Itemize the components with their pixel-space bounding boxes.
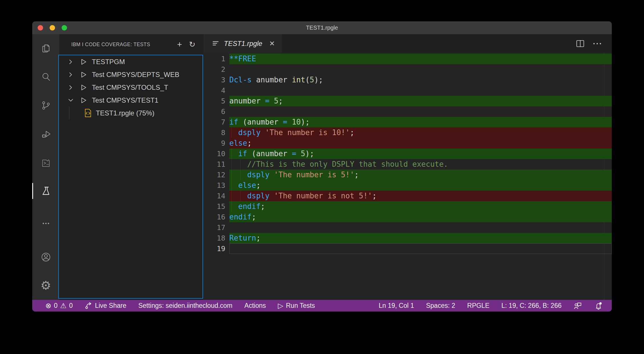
code-line-content[interactable]: dsply 'The number is 10!'; bbox=[229, 127, 612, 138]
indent-guide bbox=[231, 170, 232, 180]
source-control-icon bbox=[41, 100, 51, 111]
window-title: TEST1.rpgle bbox=[306, 25, 338, 31]
tree-item-label: Test CMPSYS/DEPTS_WEB bbox=[92, 71, 179, 79]
add-test-button[interactable]: + bbox=[177, 40, 182, 49]
status-label: RPGLE bbox=[467, 302, 489, 310]
tree-item[interactable]: Test CMPSYS/DEPTS_WEB bbox=[59, 68, 202, 81]
tree-item-label: Test CMPSYS/TEST1 bbox=[92, 96, 158, 104]
activity-bar-item-more-views[interactable] bbox=[32, 209, 59, 238]
code-line-content[interactable]: Dcl-s anumber int(5); bbox=[229, 75, 612, 85]
chevron-down-icon[interactable] bbox=[67, 97, 74, 104]
activity-bar-spacer bbox=[32, 238, 59, 243]
code-line: 3Dcl-s anumber int(5); bbox=[203, 75, 612, 85]
run-test-icon[interactable] bbox=[80, 58, 87, 66]
status-language-mode[interactable]: RPGLE bbox=[467, 302, 489, 310]
status-feedback[interactable] bbox=[574, 302, 582, 310]
indent-guide bbox=[231, 180, 232, 191]
close-tab-icon[interactable]: ✕ bbox=[269, 40, 275, 47]
beaker-icon bbox=[41, 186, 51, 196]
activity-bar-item-run-and-debug[interactable] bbox=[32, 120, 59, 148]
more-actions-button[interactable]: ⋯ bbox=[592, 42, 603, 46]
code-line-content[interactable]: dsply 'The number is not 5!'; bbox=[229, 191, 612, 201]
status-problems[interactable]: ⊗0⚠0 bbox=[45, 302, 73, 310]
line-number: 12 bbox=[203, 170, 229, 180]
code-line-content[interactable]: //This is the only DSPLY that should exe… bbox=[229, 159, 612, 170]
code-line-content[interactable] bbox=[229, 222, 612, 233]
status-live-share[interactable]: Live Share bbox=[85, 302, 126, 310]
run-test-icon[interactable] bbox=[80, 71, 87, 78]
code-line: 7if (anumber = 10); bbox=[203, 117, 612, 127]
code-file-icon bbox=[84, 109, 92, 117]
activity-bar: ⚙ bbox=[32, 34, 59, 300]
code-line-content[interactable] bbox=[229, 64, 612, 75]
indent-guide bbox=[231, 127, 232, 138]
zoom-window-button[interactable] bbox=[62, 25, 67, 30]
chevron-right-icon[interactable] bbox=[67, 84, 74, 91]
code-line-content[interactable]: endif; bbox=[229, 201, 612, 212]
code-line: 11 //This is the only DSPLY that should … bbox=[203, 159, 612, 170]
run-test-icon[interactable] bbox=[80, 84, 87, 91]
tree-item[interactable]: TEST1.rpgle (75%) bbox=[59, 107, 202, 119]
activity-bar-item-testing[interactable] bbox=[32, 177, 59, 205]
activity-bar-item-explorer[interactable] bbox=[32, 34, 59, 63]
code-line-content[interactable]: **FREE bbox=[229, 54, 612, 64]
close-window-button[interactable] bbox=[38, 25, 43, 30]
refresh-tests-button[interactable]: ↻ bbox=[189, 41, 195, 48]
status-actions[interactable]: Actions bbox=[244, 302, 266, 310]
code-editor[interactable]: 1**FREE23Dcl-s anumber int(5);45anumber … bbox=[203, 53, 612, 300]
indent-guide bbox=[240, 159, 240, 170]
status-settings-host[interactable]: Settings: seiden.iinthecloud.com bbox=[138, 302, 232, 310]
code-line-content[interactable]: endif; bbox=[229, 212, 612, 222]
files-icon bbox=[41, 43, 51, 54]
run-test-icon[interactable] bbox=[80, 97, 87, 104]
tree-item-label: Test CMPSYS/TOOLS_T bbox=[92, 84, 168, 91]
file-list-icon bbox=[212, 40, 219, 47]
code-line: 9else; bbox=[203, 138, 612, 148]
status-indentation[interactable]: Spaces: 2 bbox=[426, 302, 455, 310]
play-icon: ▷ bbox=[278, 302, 283, 309]
status-notifications[interactable] bbox=[594, 302, 603, 310]
code-line: 16endif; bbox=[203, 212, 612, 222]
activity-bar-item-source-control[interactable] bbox=[32, 91, 59, 120]
tree-item-label: TESTPGM bbox=[92, 58, 125, 66]
window-titlebar[interactable]: TEST1.rpgle bbox=[32, 21, 612, 34]
status-cursor-position[interactable]: Ln 19, Col 1 bbox=[379, 302, 414, 310]
status-bar: ⊗0⚠0Live ShareSettings: seiden.iintheclo… bbox=[32, 300, 612, 312]
chevron-right-icon[interactable] bbox=[67, 71, 74, 78]
code-line-content[interactable]: anumber = 5; bbox=[229, 96, 612, 106]
code-line-content[interactable]: else; bbox=[229, 138, 612, 148]
indent-guide bbox=[240, 170, 240, 180]
code-line: 13 else; bbox=[203, 180, 612, 191]
activity-bar-item-search[interactable] bbox=[32, 63, 59, 91]
activity-bar-item-settings[interactable]: ⚙ bbox=[32, 271, 59, 300]
split-editor-button[interactable] bbox=[576, 39, 585, 48]
tree-item[interactable]: Test CMPSYS/TOOLS_T bbox=[59, 81, 202, 94]
code-line-content[interactable]: dsply 'The number is 5!'; bbox=[229, 170, 612, 180]
activity-bar-item-accounts[interactable] bbox=[32, 243, 59, 271]
code-line: 4 bbox=[203, 85, 612, 96]
status-run-tests[interactable]: ▷Run Tests bbox=[278, 302, 315, 310]
code-line-content[interactable] bbox=[229, 85, 612, 96]
code-line: 19 bbox=[203, 243, 612, 254]
tree-item[interactable]: Test CMPSYS/TEST1 bbox=[59, 94, 202, 107]
code-line-content[interactable]: else; bbox=[229, 180, 612, 191]
minimize-window-button[interactable] bbox=[50, 25, 55, 30]
code-line-content[interactable]: Return; bbox=[229, 233, 612, 243]
chevron-right-icon[interactable] bbox=[67, 58, 74, 65]
line-number: 15 bbox=[203, 201, 229, 212]
editor-group: TEST1.rpgle ✕ ⋯ 1**FREE23Dcl-s anumber i… bbox=[203, 34, 612, 300]
code-line-content[interactable] bbox=[229, 243, 612, 254]
code-line-content[interactable]: if (anumber = 10); bbox=[229, 117, 612, 127]
code-line: 1**FREE bbox=[203, 54, 612, 64]
status-line-char-byte[interactable]: L: 19, C: 266, B: 266 bbox=[501, 302, 562, 310]
live-share-icon bbox=[85, 302, 92, 310]
line-number: 8 bbox=[203, 127, 229, 138]
code-line: 2 bbox=[203, 64, 612, 75]
activity-bar-item-ibmi-terminal[interactable] bbox=[32, 148, 59, 177]
tree-item[interactable]: TESTPGM bbox=[59, 55, 202, 68]
line-number: 5 bbox=[203, 96, 229, 106]
code-line-content[interactable] bbox=[229, 106, 612, 117]
code-line-content[interactable]: if (anumber = 5); bbox=[229, 148, 612, 159]
tab-test1-rpgle[interactable]: TEST1.rpgle ✕ bbox=[203, 34, 282, 53]
line-number: 3 bbox=[203, 75, 229, 85]
